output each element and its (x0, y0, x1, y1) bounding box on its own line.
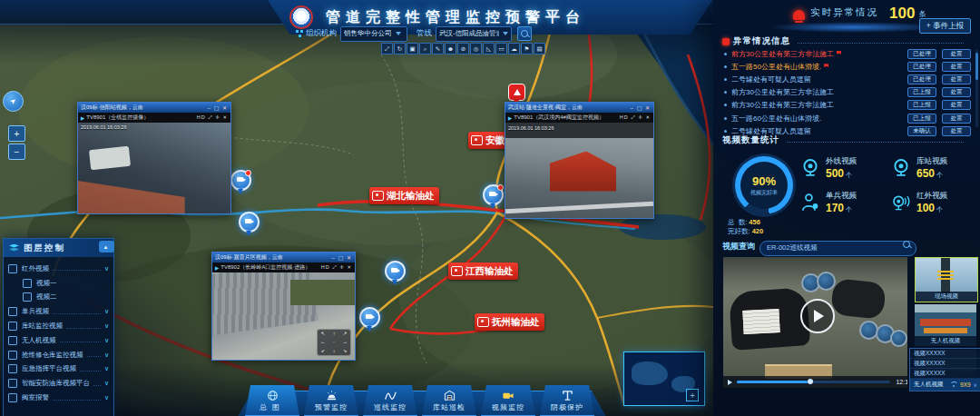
layer-item-mobile[interactable]: 单兵视频∨ (8, 304, 109, 319)
checkbox[interactable] (8, 393, 17, 402)
dropdown-item[interactable]: 视频XXXXX (910, 369, 980, 379)
popup-titlebar[interactable]: 汉09标·观音片区视频，云南 – ▢ ✕ (212, 253, 355, 262)
tab-overview-map[interactable]: 总图 (245, 385, 299, 416)
checkbox[interactable] (8, 364, 17, 373)
tab-video-monitor[interactable]: 视频监控 (481, 385, 535, 416)
map-tool-zoom-icon[interactable]: ⌕ (419, 43, 431, 54)
popup-titlebar[interactable]: 汉09标·信阳站视频，云南 – ▢ ✕ (78, 103, 230, 113)
layer-item-valve-alarm[interactable]: 阀室报警∨ (8, 391, 109, 405)
tab-patrol-monitor[interactable]: 巡线监控 (363, 385, 417, 416)
alert-dispose-button[interactable]: 处置 (942, 100, 971, 110)
map-tool-refresh-icon[interactable]: ↻ (394, 43, 406, 54)
layer-panel-header[interactable]: 图层控制 ▲ (4, 239, 113, 257)
alert-status-button[interactable]: 已上报 (907, 114, 936, 124)
main-video-player[interactable]: 12:10 (723, 257, 907, 388)
map-tool-pin-icon[interactable]: ⚑ (521, 43, 533, 54)
checkbox[interactable] (23, 279, 32, 288)
alert-dispose-button[interactable]: 处置 (942, 49, 971, 59)
layer-item-video-1[interactable]: 视频一 (8, 276, 109, 291)
checkbox[interactable] (8, 351, 17, 360)
play-button[interactable] (800, 299, 835, 333)
chevron-down-icon[interactable]: ∨ (104, 337, 109, 344)
org-select[interactable]: 销售华中分公司 (340, 26, 407, 42)
alert-dispose-button[interactable]: 处置 (942, 62, 971, 72)
search-tool-button[interactable] (517, 26, 532, 41)
checkbox[interactable] (23, 292, 32, 302)
zoom-in-button[interactable]: + (8, 125, 25, 142)
map-tool-rectangle-icon[interactable]: ▭ (495, 43, 507, 54)
map-tool-fullscreen-icon[interactable]: ⤢ (381, 43, 393, 54)
window-controls[interactable]: – ▢ ✕ (631, 104, 651, 111)
layer-item-smart-security[interactable]: 智能安防油库视频平台∨ (8, 376, 109, 391)
chevron-down-icon[interactable]: ∨ (104, 308, 109, 315)
camera-tools[interactable]: HD ⤢ ✛ ✕ (620, 114, 651, 121)
thumbnail-drone-video[interactable]: 无人机视频 (915, 304, 976, 346)
camera-tools[interactable]: HD ⤢ ✛ ✕ (321, 264, 352, 271)
alert-scrollbar[interactable] (975, 49, 978, 127)
event-report-button[interactable]: + 事件上报 (919, 18, 971, 34)
tab-warning-monitor[interactable]: 预警监控 (304, 385, 358, 416)
layer-item-repair-warehouse[interactable]: 抢维修仓库监控视频∨ (8, 348, 109, 362)
tab-cathodic-protection[interactable]: 阴极保护 (540, 385, 594, 416)
overview-minimap[interactable]: ＋ (623, 352, 705, 406)
station-badge-jiangxi[interactable]: 江西输油处 (448, 262, 518, 280)
station-badge-fuzhou[interactable]: 抚州输油处 (475, 313, 544, 331)
video-feed[interactable]: 2019.06.01 16:03:26 (505, 123, 653, 218)
minimap-expand-button[interactable]: ＋ (686, 389, 699, 401)
camera-marker[interactable] (483, 184, 504, 205)
checkbox[interactable] (8, 379, 17, 388)
alert-status-button[interactable]: 已处理 (907, 74, 936, 84)
alert-status-button[interactable]: 已处理 (907, 62, 936, 72)
alert-dispose-button[interactable]: 处置 (942, 74, 971, 84)
dropdown-item[interactable]: 视频XXXXX (910, 349, 980, 359)
thumbnail-scene-video[interactable]: 现场视频 (915, 257, 978, 302)
progress-handle[interactable] (808, 379, 813, 384)
alert-status-button[interactable]: 已上报 (907, 87, 936, 97)
checkbox[interactable] (8, 307, 17, 316)
camera-marker[interactable] (385, 261, 406, 282)
video-feed[interactable]: ↖↑↗ ←·→ ↙↓↘ (212, 272, 355, 360)
chevron-down-icon[interactable]: ∨ (104, 380, 109, 387)
video-feed[interactable]: 2019.06.01 16:03:26 (78, 123, 230, 213)
map-tool-chart-icon[interactable]: ▤ (534, 43, 545, 54)
camera-marker[interactable] (359, 307, 380, 328)
collapse-button[interactable]: ▲ (99, 241, 114, 253)
layer-item-video-2[interactable]: 视频二 (8, 291, 109, 305)
checkbox[interactable] (8, 336, 17, 345)
map-tool-layers-icon[interactable]: ▣ (407, 43, 418, 54)
map-tool-measure-icon[interactable]: ◎ (470, 43, 482, 54)
search-icon[interactable] (903, 241, 910, 248)
chevron-down-icon[interactable]: ∨ (104, 365, 109, 372)
video-search-input[interactable] (760, 241, 916, 256)
alert-status-button[interactable]: 已处理 (907, 49, 936, 59)
ptz-control-pad[interactable]: ↖↑↗ ←·→ ↙↓↘ (317, 329, 351, 356)
popup-titlebar[interactable]: 武汉站·隧道全景视·阀室，云南 – ▢ ✕ (505, 103, 653, 113)
dropdown-item[interactable]: 视频XXXXX (910, 359, 980, 369)
alert-dispose-button[interactable]: 处置 (942, 114, 971, 124)
alert-dispose-button[interactable]: 处置 (942, 87, 971, 97)
dropdown-footer[interactable]: 无人机视频 9X9 ∨ (910, 379, 980, 391)
map-tool-forbid-icon[interactable]: ⊘ (457, 43, 469, 54)
play-icon[interactable] (728, 380, 732, 385)
progress-track[interactable] (737, 381, 890, 383)
camera-tools[interactable]: HD ⤢ ✛ ✕ (197, 114, 228, 121)
window-controls[interactable]: – ▢ ✕ (332, 254, 352, 261)
checkbox[interactable] (8, 264, 17, 273)
camera-marker[interactable] (230, 170, 251, 191)
layer-item-emergency[interactable]: 应急指挥平台视频∨ (8, 362, 109, 377)
window-controls[interactable]: – ▢ ✕ (208, 104, 228, 111)
camera-marker[interactable] (239, 212, 260, 233)
warning-marker[interactable] (508, 84, 525, 101)
alert-status-button[interactable]: 已上报 (907, 100, 936, 110)
zoom-out-button[interactable]: − (8, 144, 25, 160)
map-tool-draw-icon[interactable]: ✎ (432, 43, 444, 54)
tab-depot-inspection[interactable]: 库站巡检 (422, 385, 476, 416)
locate-button[interactable]: ➤ (3, 91, 24, 112)
chevron-down-icon[interactable]: ∨ (104, 352, 109, 359)
map-tool-cloud-icon[interactable]: ☁ (508, 43, 520, 54)
layer-item-depot[interactable]: 库站监控视频∨ (8, 319, 109, 333)
chevron-down-icon[interactable]: ∨ (104, 265, 109, 272)
station-badge-hubei[interactable]: 湖北输油处 (369, 187, 439, 204)
map-tool-slope-icon[interactable]: ◺ (483, 43, 495, 54)
chevron-down-icon[interactable]: ∨ (104, 322, 109, 330)
